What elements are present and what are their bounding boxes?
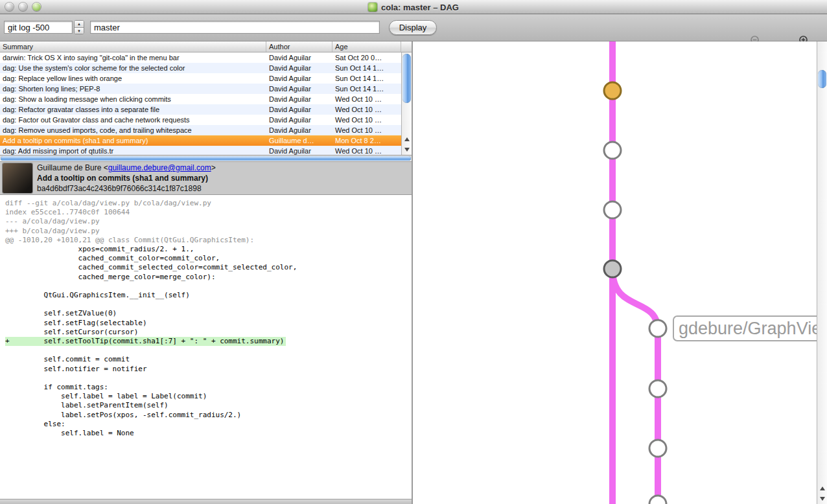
titlebar[interactable]: cola: master – DAG [0, 0, 827, 14]
author-email-link[interactable]: guillaume.debure@gmail.com [108, 163, 211, 172]
table-row[interactable]: dag: Shorten long lines; PEP-8David Agui… [0, 84, 401, 94]
commit-table-body[interactable]: darwin: Trick OS X into saying "git-cola… [0, 52, 401, 155]
commit-node[interactable] [604, 201, 621, 218]
cell-summary: darwin: Trick OS X into saying "git-cola… [0, 52, 266, 63]
commit-node[interactable] [649, 440, 666, 457]
cell-author: David Aguilar [266, 146, 332, 155]
cell-summary: Add a tooltip on commits (sha1 and summa… [0, 135, 266, 146]
cell-summary: dag: Show a loading message when clickin… [0, 94, 266, 104]
scroll-down-icon[interactable] [817, 494, 827, 504]
table-row[interactable]: darwin: Trick OS X into saying "git-cola… [0, 52, 401, 63]
table-row[interactable]: dag: Show a loading message when clickin… [0, 94, 401, 104]
diff-line [5, 374, 412, 383]
cell-age: Sun Oct 14 1… [332, 84, 401, 94]
commit-node[interactable] [604, 82, 621, 99]
commit-node[interactable] [649, 380, 666, 397]
stepper-up-icon[interactable]: ▲ [75, 21, 84, 27]
diff-line: label.setPos(xpos, -self.commit_radius/2… [5, 411, 412, 420]
cell-author: Guillaume d… [266, 135, 332, 146]
diff-line: +++ b/cola/dag/view.py [5, 227, 412, 236]
cell-age: Wed Oct 10 … [332, 115, 401, 125]
column-header-summary[interactable]: Summary [0, 41, 266, 52]
author-name: Guillaume de Bure [37, 163, 101, 172]
stepper-down-icon[interactable]: ▼ [75, 27, 84, 34]
graph-scrollbar[interactable] [817, 41, 827, 504]
commit-node[interactable] [604, 260, 621, 277]
commit-node[interactable] [649, 320, 666, 337]
column-header-author[interactable]: Author [266, 41, 332, 52]
hscrollbar-thumb[interactable] [1, 156, 411, 161]
cell-summary: dag: Use the system's color scheme for t… [0, 63, 266, 73]
author-line: Guillaume de Bure <guillaume.debure@gmai… [37, 163, 412, 173]
cell-age: Wed Oct 10 … [332, 125, 401, 135]
diff-line: cached_commit_color=commit_color, [5, 254, 412, 263]
table-row[interactable]: dag: Replace yellow lines with orangeDav… [0, 73, 401, 84]
cell-summary: dag: Replace yellow lines with orange [0, 73, 266, 84]
commit-sha1: ba4d6bdf73ac4c2436b9f76066c314c1f87c1898 [37, 183, 412, 194]
table-row[interactable]: dag: Refactor gravatar classes into a se… [0, 104, 401, 115]
diff-line: QtGui.QGraphicsItem.__init__(self) [5, 291, 412, 300]
left-pane: Summary Author Age darwin: Trick OS X in… [0, 41, 412, 504]
diff-line [5, 346, 412, 355]
diff-line: self.commit = commit [5, 355, 412, 364]
table-row[interactable]: dag: Remove unused imports, code, and tr… [0, 125, 401, 135]
cell-age: Sat Oct 20 0… [332, 52, 401, 63]
column-header-spacer [401, 41, 412, 52]
cell-author: David Aguilar [266, 115, 332, 125]
table-row[interactable]: dag: Add missing import of qtutils.trDav… [0, 146, 401, 155]
diff-line: + self.setToolTip(commit.sha1[:7] + ": "… [5, 337, 286, 346]
diff-line: diff --git a/cola/dag/view.py b/cola/dag… [5, 199, 412, 208]
diff-line [5, 282, 412, 291]
cell-summary: dag: Shorten long lines; PEP-8 [0, 84, 266, 94]
column-header-age[interactable]: Age [332, 41, 401, 52]
diff-line: if commit.tags: [5, 383, 412, 392]
cell-summary: dag: Factor out Gravator class and cache… [0, 115, 266, 125]
table-row[interactable]: dag: Factor out Gravator class and cache… [0, 115, 401, 125]
scrollbar-arrows [817, 483, 827, 504]
log-count-stepper[interactable]: ▲ ▼ [74, 20, 84, 34]
commit-details: Guillaume de Bure <guillaume.debure@gmai… [0, 162, 412, 195]
display-button[interactable]: Display [389, 20, 437, 35]
commit-table-hscrollbar[interactable] [0, 155, 412, 162]
cell-author: David Aguilar [266, 73, 332, 84]
diff-line: index e55cce1..7740c0f 100644 [5, 208, 412, 217]
diff-line: else: [5, 420, 412, 429]
commit-table-header: Summary Author Age [0, 41, 412, 52]
scrollbar-thumb[interactable] [402, 54, 411, 103]
author-avatar [3, 163, 32, 193]
scrollbar-thumb[interactable] [818, 70, 826, 88]
scroll-up-icon[interactable] [817, 483, 827, 494]
diff-line: self.setZValue(0) [5, 309, 412, 318]
commit-node[interactable] [649, 496, 666, 504]
cell-age: Sun Oct 14 1… [332, 73, 401, 84]
cell-age: Wed Oct 10 … [332, 94, 401, 104]
log-command-input[interactable] [4, 21, 73, 34]
cell-author: David Aguilar [266, 125, 332, 135]
app-window: cola: master – DAG ▲ ▼ Display Summary A… [0, 0, 827, 504]
cell-author: David Aguilar [266, 104, 332, 115]
scroll-down-icon[interactable] [402, 144, 412, 155]
cell-author: David Aguilar [266, 63, 332, 73]
cell-age: Wed Oct 10 … [332, 146, 401, 155]
table-row[interactable]: dag: Use the system's color scheme for t… [0, 63, 401, 73]
commit-node[interactable] [604, 142, 621, 159]
scroll-up-icon[interactable] [402, 134, 412, 144]
diff-line: self.setCursor(cursor) [5, 328, 412, 337]
ref-input[interactable] [90, 21, 380, 34]
scrollbar-arrows [402, 134, 412, 155]
cell-summary: dag: Refactor gravatar classes into a se… [0, 104, 266, 115]
bracket-open: < [101, 163, 108, 172]
commit-subject: Add a tooltip on commits (sha1 and summa… [37, 173, 412, 183]
diff-line: xpos=commit_radius/2. + 1., [5, 245, 412, 254]
diff-line: self.setFlag(selectable) [5, 319, 412, 328]
commit-table-scrollbar[interactable] [401, 52, 412, 155]
diff-view[interactable]: diff --git a/cola/dag/view.py b/cola/dag… [0, 195, 412, 499]
ref-label-text: gdebure/GraphView [679, 319, 817, 338]
diff-line: self.notifier = notifier [5, 365, 412, 374]
cell-author: David Aguilar [266, 52, 332, 63]
diff-hscrollbar-track[interactable] [0, 499, 412, 504]
table-row[interactable]: Add a tooltip on commits (sha1 and summa… [0, 135, 401, 146]
window-title: cola: master – DAG [381, 3, 459, 12]
graph-pane[interactable]: gdebure/GraphView [413, 41, 827, 504]
graph-svg[interactable]: gdebure/GraphView [413, 41, 817, 504]
